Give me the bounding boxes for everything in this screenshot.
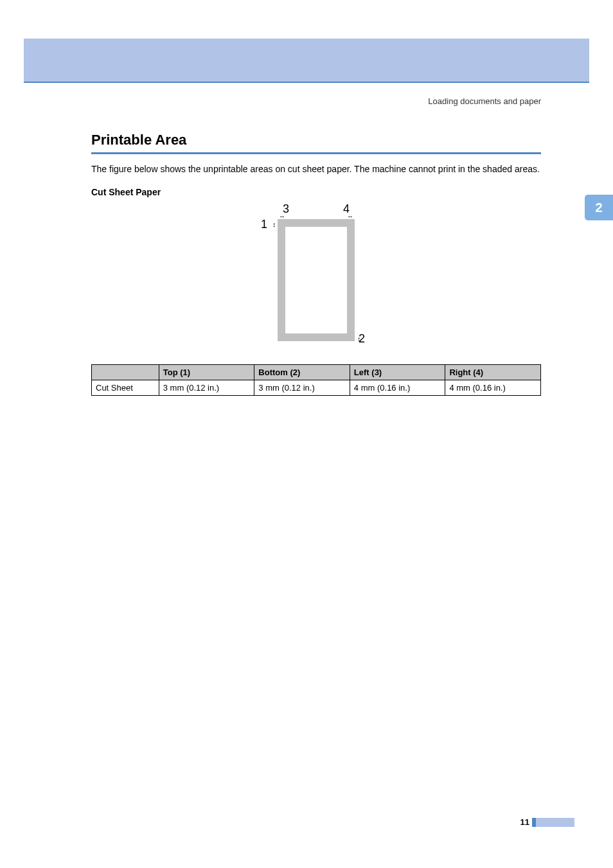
- header-banner: [24, 39, 589, 82]
- section-title: Printable Area: [91, 132, 541, 148]
- table-row: Cut Sheet 3 mm (0.12 in.) 3 mm (0.12 in.…: [92, 380, 541, 395]
- breadcrumb: Loading documents and paper: [91, 96, 541, 106]
- table-header-top: Top (1): [159, 364, 254, 380]
- page-number-tick: [532, 818, 536, 827]
- table-cell-right: 4 mm (0.16 in.): [445, 380, 541, 395]
- figure-label-1: 1: [261, 218, 267, 231]
- section-intro: The figure below shows the unprintable a…: [91, 163, 541, 175]
- arrow-icon: ↔: [347, 213, 353, 220]
- section-rule: [91, 152, 541, 154]
- margins-table: Top (1) Bottom (2) Left (3) Right (4) Cu…: [91, 364, 541, 396]
- header-rule: [24, 82, 589, 83]
- cut-sheet-figure: 1 ↔ 2 ↔ 3 ↔ 4 ↔: [265, 206, 368, 348]
- page-number: 11: [520, 817, 529, 827]
- table-cell-left: 4 mm (0.16 in.): [350, 380, 445, 395]
- table-header-right: Right (4): [445, 364, 541, 380]
- table-header-blank: [92, 364, 159, 380]
- table-cell-bottom: 3 mm (0.12 in.): [254, 380, 350, 395]
- arrow-icon: ↔: [279, 213, 285, 220]
- main-content: Printable Area The figure below shows th…: [91, 132, 541, 396]
- arrow-icon: ↔: [356, 336, 363, 342]
- chapter-tab: 2: [585, 195, 613, 220]
- table-cell-top: 3 mm (0.12 in.): [159, 380, 254, 395]
- table-cell-name: Cut Sheet: [92, 380, 159, 395]
- table-header-bottom: Bottom (2): [254, 364, 350, 380]
- figure-container: 1 ↔ 2 ↔ 3 ↔ 4 ↔: [91, 206, 541, 348]
- arrow-icon: ↔: [271, 222, 278, 228]
- sheet-printable-area: [285, 227, 347, 333]
- section-subhead: Cut Sheet Paper: [91, 187, 541, 197]
- table-header-left: Left (3): [350, 364, 445, 380]
- page-number-bar: [536, 818, 574, 827]
- table-header-row: Top (1) Bottom (2) Left (3) Right (4): [92, 364, 541, 380]
